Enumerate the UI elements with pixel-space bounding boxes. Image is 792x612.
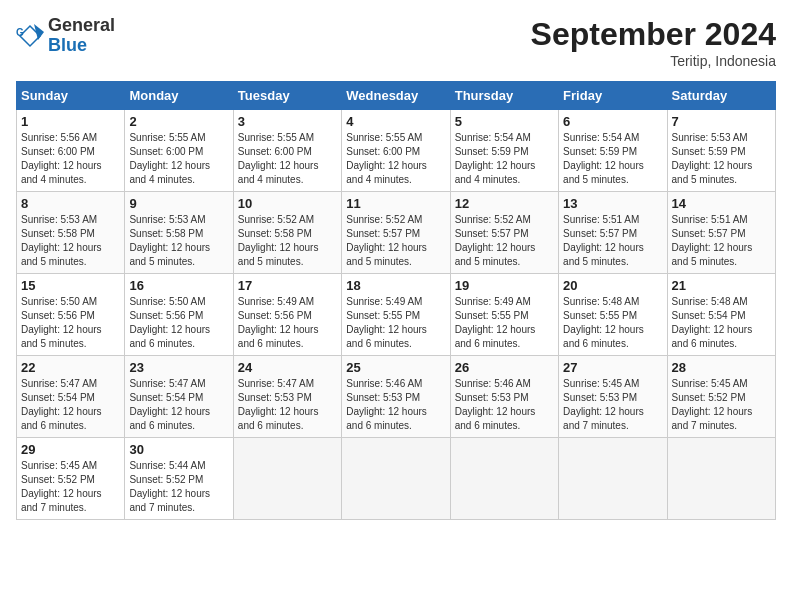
calendar-cell: 22 Sunrise: 5:47 AM Sunset: 5:54 PM Dayl… (17, 356, 125, 438)
col-header-saturday: Saturday (667, 82, 775, 110)
calendar-cell: 17 Sunrise: 5:49 AM Sunset: 5:56 PM Dayl… (233, 274, 341, 356)
calendar-week-1: 1 Sunrise: 5:56 AM Sunset: 6:00 PM Dayli… (17, 110, 776, 192)
calendar-table: SundayMondayTuesdayWednesdayThursdayFrid… (16, 81, 776, 520)
calendar-cell: 5 Sunrise: 5:54 AM Sunset: 5:59 PM Dayli… (450, 110, 558, 192)
day-number: 4 (346, 114, 445, 129)
calendar-cell: 29 Sunrise: 5:45 AM Sunset: 5:52 PM Dayl… (17, 438, 125, 520)
day-number: 25 (346, 360, 445, 375)
day-info: Sunrise: 5:45 AM Sunset: 5:52 PM Dayligh… (21, 459, 120, 515)
calendar-cell: 2 Sunrise: 5:55 AM Sunset: 6:00 PM Dayli… (125, 110, 233, 192)
calendar-cell: 18 Sunrise: 5:49 AM Sunset: 5:55 PM Dayl… (342, 274, 450, 356)
calendar-cell: 19 Sunrise: 5:49 AM Sunset: 5:55 PM Dayl… (450, 274, 558, 356)
calendar-cell: 21 Sunrise: 5:48 AM Sunset: 5:54 PM Dayl… (667, 274, 775, 356)
col-header-friday: Friday (559, 82, 667, 110)
day-info: Sunrise: 5:46 AM Sunset: 5:53 PM Dayligh… (346, 377, 445, 433)
day-info: Sunrise: 5:47 AM Sunset: 5:54 PM Dayligh… (21, 377, 120, 433)
day-number: 21 (672, 278, 771, 293)
day-info: Sunrise: 5:49 AM Sunset: 5:55 PM Dayligh… (346, 295, 445, 351)
day-info: Sunrise: 5:56 AM Sunset: 6:00 PM Dayligh… (21, 131, 120, 187)
day-number: 19 (455, 278, 554, 293)
col-header-sunday: Sunday (17, 82, 125, 110)
day-info: Sunrise: 5:50 AM Sunset: 5:56 PM Dayligh… (129, 295, 228, 351)
day-number: 22 (21, 360, 120, 375)
calendar-cell: 7 Sunrise: 5:53 AM Sunset: 5:59 PM Dayli… (667, 110, 775, 192)
day-number: 14 (672, 196, 771, 211)
day-info: Sunrise: 5:53 AM Sunset: 5:58 PM Dayligh… (21, 213, 120, 269)
day-number: 6 (563, 114, 662, 129)
day-number: 30 (129, 442, 228, 457)
calendar-cell: 1 Sunrise: 5:56 AM Sunset: 6:00 PM Dayli… (17, 110, 125, 192)
calendar-cell: 4 Sunrise: 5:55 AM Sunset: 6:00 PM Dayli… (342, 110, 450, 192)
day-number: 20 (563, 278, 662, 293)
day-number: 24 (238, 360, 337, 375)
col-header-monday: Monday (125, 82, 233, 110)
day-number: 5 (455, 114, 554, 129)
day-number: 17 (238, 278, 337, 293)
calendar-cell: 14 Sunrise: 5:51 AM Sunset: 5:57 PM Dayl… (667, 192, 775, 274)
day-info: Sunrise: 5:53 AM Sunset: 5:58 PM Dayligh… (129, 213, 228, 269)
day-number: 11 (346, 196, 445, 211)
day-number: 12 (455, 196, 554, 211)
day-number: 8 (21, 196, 120, 211)
calendar-cell: 12 Sunrise: 5:52 AM Sunset: 5:57 PM Dayl… (450, 192, 558, 274)
col-header-wednesday: Wednesday (342, 82, 450, 110)
day-info: Sunrise: 5:51 AM Sunset: 5:57 PM Dayligh… (672, 213, 771, 269)
day-number: 27 (563, 360, 662, 375)
day-number: 2 (129, 114, 228, 129)
day-info: Sunrise: 5:52 AM Sunset: 5:57 PM Dayligh… (455, 213, 554, 269)
calendar-cell: 26 Sunrise: 5:46 AM Sunset: 5:53 PM Dayl… (450, 356, 558, 438)
day-number: 1 (21, 114, 120, 129)
calendar-cell (450, 438, 558, 520)
calendar-cell: 9 Sunrise: 5:53 AM Sunset: 5:58 PM Dayli… (125, 192, 233, 274)
day-number: 16 (129, 278, 228, 293)
calendar-cell (667, 438, 775, 520)
day-info: Sunrise: 5:47 AM Sunset: 5:53 PM Dayligh… (238, 377, 337, 433)
calendar-cell: 10 Sunrise: 5:52 AM Sunset: 5:58 PM Dayl… (233, 192, 341, 274)
day-info: Sunrise: 5:55 AM Sunset: 6:00 PM Dayligh… (129, 131, 228, 187)
day-info: Sunrise: 5:55 AM Sunset: 6:00 PM Dayligh… (346, 131, 445, 187)
calendar-cell: 23 Sunrise: 5:47 AM Sunset: 5:54 PM Dayl… (125, 356, 233, 438)
day-number: 23 (129, 360, 228, 375)
col-header-tuesday: Tuesday (233, 82, 341, 110)
day-info: Sunrise: 5:49 AM Sunset: 5:56 PM Dayligh… (238, 295, 337, 351)
page-header: G General Blue September 2024 Teritip, I… (16, 16, 776, 69)
day-number: 26 (455, 360, 554, 375)
day-number: 15 (21, 278, 120, 293)
logo-text: General Blue (48, 16, 115, 56)
title-block: September 2024 Teritip, Indonesia (531, 16, 776, 69)
calendar-cell: 30 Sunrise: 5:44 AM Sunset: 5:52 PM Dayl… (125, 438, 233, 520)
day-info: Sunrise: 5:46 AM Sunset: 5:53 PM Dayligh… (455, 377, 554, 433)
calendar-cell: 3 Sunrise: 5:55 AM Sunset: 6:00 PM Dayli… (233, 110, 341, 192)
day-info: Sunrise: 5:48 AM Sunset: 5:54 PM Dayligh… (672, 295, 771, 351)
day-number: 9 (129, 196, 228, 211)
location: Teritip, Indonesia (531, 53, 776, 69)
calendar-cell: 25 Sunrise: 5:46 AM Sunset: 5:53 PM Dayl… (342, 356, 450, 438)
calendar-cell: 6 Sunrise: 5:54 AM Sunset: 5:59 PM Dayli… (559, 110, 667, 192)
calendar-cell (233, 438, 341, 520)
calendar-cell: 16 Sunrise: 5:50 AM Sunset: 5:56 PM Dayl… (125, 274, 233, 356)
day-info: Sunrise: 5:52 AM Sunset: 5:57 PM Dayligh… (346, 213, 445, 269)
logo: G General Blue (16, 16, 115, 56)
day-info: Sunrise: 5:51 AM Sunset: 5:57 PM Dayligh… (563, 213, 662, 269)
col-header-thursday: Thursday (450, 82, 558, 110)
calendar-cell: 11 Sunrise: 5:52 AM Sunset: 5:57 PM Dayl… (342, 192, 450, 274)
day-info: Sunrise: 5:44 AM Sunset: 5:52 PM Dayligh… (129, 459, 228, 515)
day-info: Sunrise: 5:49 AM Sunset: 5:55 PM Dayligh… (455, 295, 554, 351)
day-number: 29 (21, 442, 120, 457)
day-info: Sunrise: 5:54 AM Sunset: 5:59 PM Dayligh… (455, 131, 554, 187)
day-info: Sunrise: 5:50 AM Sunset: 5:56 PM Dayligh… (21, 295, 120, 351)
calendar-cell (342, 438, 450, 520)
day-number: 28 (672, 360, 771, 375)
month-title: September 2024 (531, 16, 776, 53)
day-number: 7 (672, 114, 771, 129)
day-info: Sunrise: 5:54 AM Sunset: 5:59 PM Dayligh… (563, 131, 662, 187)
calendar-week-2: 8 Sunrise: 5:53 AM Sunset: 5:58 PM Dayli… (17, 192, 776, 274)
day-info: Sunrise: 5:45 AM Sunset: 5:53 PM Dayligh… (563, 377, 662, 433)
day-number: 13 (563, 196, 662, 211)
day-info: Sunrise: 5:55 AM Sunset: 6:00 PM Dayligh… (238, 131, 337, 187)
calendar-cell: 28 Sunrise: 5:45 AM Sunset: 5:52 PM Dayl… (667, 356, 775, 438)
calendar-cell: 20 Sunrise: 5:48 AM Sunset: 5:55 PM Dayl… (559, 274, 667, 356)
calendar-week-4: 22 Sunrise: 5:47 AM Sunset: 5:54 PM Dayl… (17, 356, 776, 438)
day-info: Sunrise: 5:53 AM Sunset: 5:59 PM Dayligh… (672, 131, 771, 187)
day-number: 18 (346, 278, 445, 293)
